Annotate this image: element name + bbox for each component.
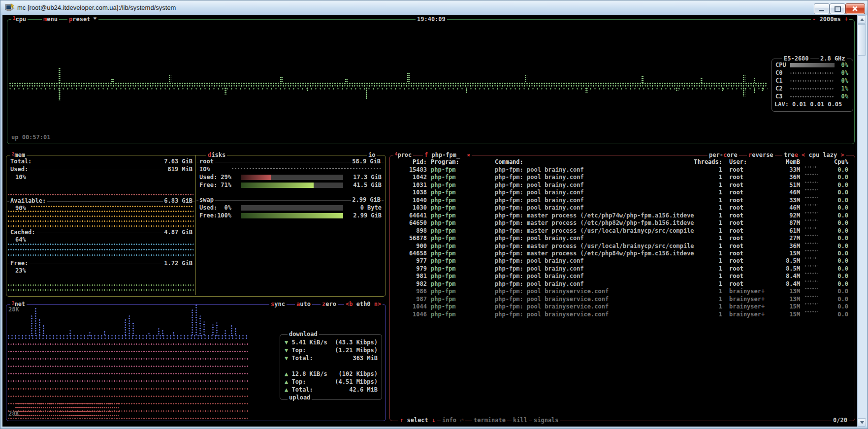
proc-mem: 15M <box>761 250 800 257</box>
upload-top-value: (4.51 Mibps) <box>311 378 378 386</box>
proc-filter[interactable]: f php-fpm_ ✖ <box>423 152 472 159</box>
header-pid[interactable]: Pid: <box>387 158 427 166</box>
terminate-button[interactable]: terminate <box>472 417 507 424</box>
proc-threads: 1 <box>683 296 722 303</box>
proc-row[interactable]: 977php-fpmphp-fpm: pool brainy.conf1root… <box>0 257 868 265</box>
proc-row[interactable]: 64650php-fpmphp-fpm: master process (/et… <box>0 219 868 227</box>
download-speed-bits: (43.3 Kibps) <box>311 339 378 346</box>
proc-program: php-fpm <box>431 189 456 196</box>
proc-mem: 8.4M <box>761 280 800 288</box>
proc-threads: 1 <box>683 250 722 257</box>
proc-program: php-fpm <box>431 296 456 303</box>
proc-pid: 56878 <box>387 235 427 242</box>
proc-user: root <box>729 280 743 288</box>
proc-command: php-fpm: pool brainy.conf <box>495 235 584 242</box>
proc-command: php-fpm: pool brainy.conf <box>495 189 584 196</box>
select-control[interactable]: ↑ select ↓ <box>398 417 437 424</box>
header-command[interactable]: Command: <box>495 158 523 166</box>
proc-command: php-fpm: pool brainy.conf <box>495 174 584 181</box>
header-cpu[interactable]: Cpu% <box>809 158 848 166</box>
proc-command: php-fpm: pool brainyservice.conf <box>495 288 609 295</box>
proc-threads: 1 <box>683 235 722 242</box>
sort-prev-icon[interactable]: < <box>802 152 805 158</box>
header-program[interactable]: Program: <box>431 158 459 166</box>
proc-row[interactable]: 1031php-fpmphp-fpm: pool brainy.conf1roo… <box>0 182 868 189</box>
signals-button[interactable]: signals <box>532 417 560 424</box>
titlebar[interactable]: mc [root@ub24.itdeveloper.com.ua]:/lib/s… <box>0 0 868 15</box>
proc-row[interactable]: 981php-fpmphp-fpm: pool brainy.conf1root… <box>0 273 868 280</box>
scroll-down-button[interactable] <box>858 418 866 427</box>
interval-value: 2000ms <box>819 16 840 23</box>
proc-row[interactable]: 986php-fpmphp-fpm: pool brainyservice.co… <box>0 288 868 296</box>
filter-clear-icon[interactable]: ✖ <box>467 153 470 158</box>
upload-total-value: 42.6 MiB <box>311 386 378 394</box>
proc-row[interactable]: 900php-fpmphp-fpm: master process (/usr/… <box>0 243 868 250</box>
proc-command: php-fpm: pool brainy.conf <box>495 166 584 174</box>
menu-button[interactable]: menu <box>42 16 59 23</box>
minimize-icon <box>819 10 824 11</box>
proc-mem: 27M <box>761 235 800 242</box>
filter-input[interactable]: php-fpm_ <box>431 152 460 158</box>
proc-row[interactable]: 1042php-fpmphp-fpm: pool brainy.conf1roo… <box>0 174 868 182</box>
minimize-button[interactable] <box>814 3 830 14</box>
download-total-row: ▼ Total: <box>285 355 313 362</box>
proc-row[interactable]: 1044php-fpmphp-fpm: pool brainyservice.c… <box>0 303 868 311</box>
proc-program: php-fpm <box>431 303 456 310</box>
proc-command: php-fpm: pool brainyservice.conf <box>495 311 609 318</box>
proc-program: php-fpm <box>431 212 456 219</box>
interval-decrease-button[interactable]: - <box>812 16 816 23</box>
download-top-row: ▼ Top: <box>285 347 306 354</box>
proc-row[interactable]: 1030php-fpmphp-fpm: pool brainy.conf1roo… <box>0 204 868 212</box>
proc-row[interactable]: 987php-fpmphp-fpm: pool brainyservice.co… <box>0 296 868 304</box>
close-button[interactable] <box>845 3 865 14</box>
header-mem[interactable]: MemB <box>761 158 800 166</box>
proc-pid: 1031 <box>387 182 427 189</box>
scrollbar-thumb[interactable] <box>858 24 866 56</box>
preset-button[interactable]: preset* <box>67 16 98 23</box>
header-threads[interactable]: Threads: <box>683 158 722 166</box>
info-button[interactable]: info ⏎ <box>441 417 465 424</box>
header-user[interactable]: User: <box>729 158 747 166</box>
cpu-box-title[interactable]: 1cpu <box>11 16 28 24</box>
reverse-button[interactable]: reverse <box>747 152 775 159</box>
down-arrow-icon[interactable]: ↓ <box>432 417 435 424</box>
kill-button[interactable]: kill <box>512 417 529 424</box>
tree-button[interactable]: tree <box>782 152 800 159</box>
proc-program: php-fpm <box>431 174 456 181</box>
proc-cpu-minigraph <box>805 265 818 269</box>
up-arrow-icon[interactable]: ↑ <box>400 417 403 424</box>
proc-row[interactable]: 979php-fpmphp-fpm: pool brainy.conf1root… <box>0 265 868 273</box>
proc-user: root <box>729 189 743 196</box>
upload-speed-bits: (102 Kibps) <box>311 370 378 378</box>
proc-row[interactable]: 1046php-fpmphp-fpm: pool brainyservice.c… <box>0 311 868 319</box>
proc-row[interactable]: 982php-fpmphp-fpm: pool brainy.conf1root… <box>0 280 868 288</box>
upload-arrow-icon: ▲ <box>285 370 288 377</box>
proc-command: php-fpm: pool brainy.conf <box>495 197 584 204</box>
proc-mem: 61M <box>761 227 800 235</box>
maximize-button[interactable] <box>830 3 845 14</box>
scroll-up-button[interactable] <box>858 15 866 24</box>
proc-row[interactable]: 15483php-fpmphp-fpm: pool brainy.conf1ro… <box>0 166 868 174</box>
sort-selector[interactable]: < cpu lazy > <box>800 152 846 159</box>
proc-cpu-minigraph <box>805 273 818 276</box>
proc-command: php-fpm: pool brainy.conf <box>495 204 584 212</box>
proc-threads: 1 <box>683 182 722 189</box>
proc-row[interactable]: 898php-fpmphp-fpm: master process (/usr/… <box>0 227 868 235</box>
proc-row[interactable]: 64641php-fpmphp-fpm: master process (/et… <box>0 212 868 220</box>
proc-row[interactable]: 1040php-fpmphp-fpm: pool brainy.conf1roo… <box>0 197 868 205</box>
proc-threads: 1 <box>683 204 722 212</box>
proc-row[interactable]: 1038php-fpmphp-fpm: pool brainy.conf1roo… <box>0 189 868 197</box>
proc-program: php-fpm <box>431 182 456 189</box>
proc-pid: 64658 <box>387 250 427 257</box>
proc-threads: 1 <box>683 311 722 318</box>
proc-mem: 13M <box>761 288 800 295</box>
per-core-button[interactable]: per-core <box>707 152 739 159</box>
proc-user: brainyser+ <box>729 303 765 310</box>
proc-cpu-minigraph <box>805 166 818 170</box>
proc-row[interactable]: 64658php-fpmphp-fpm: master process (/et… <box>0 250 868 258</box>
sort-next-icon[interactable]: > <box>841 152 844 158</box>
proc-row[interactable]: 56878php-fpmphp-fpm: pool brainy.conf1ro… <box>0 235 868 243</box>
proc-program: php-fpm <box>431 311 456 318</box>
interval-increase-button[interactable]: + <box>844 16 848 23</box>
download-top-value: (1.21 Mibps) <box>311 347 378 354</box>
